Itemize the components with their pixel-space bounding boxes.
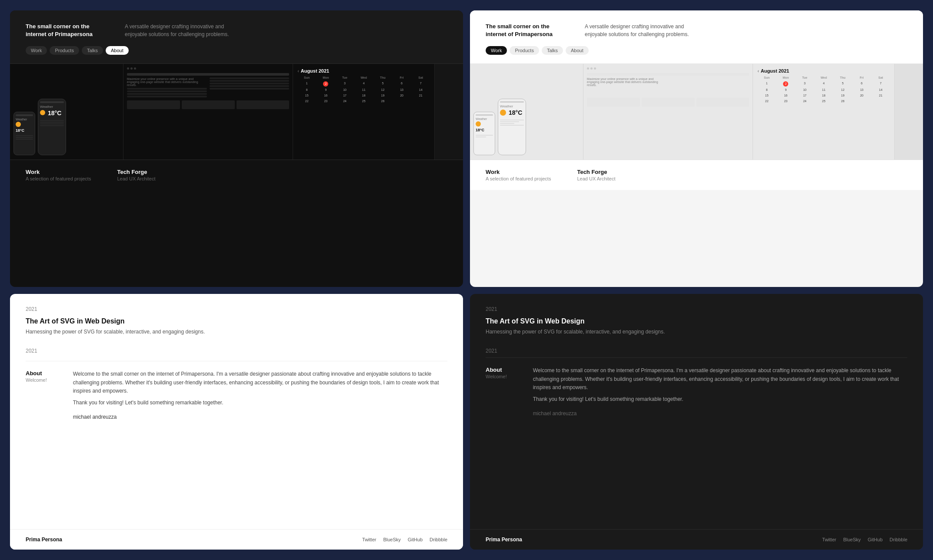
wp-line-r4 — [210, 85, 290, 87]
partial-bg-light — [895, 64, 923, 160]
cal-24: 24 — [336, 99, 354, 104]
mini-line — [16, 137, 33, 138]
footer-link-dribbble-right[interactable]: Dribbble — [890, 537, 907, 542]
cal-header-thu: Thu — [373, 75, 392, 80]
cal-h-sun: Sun — [757, 75, 776, 80]
about-section-right: About Welcome! Welcome to the small corn… — [470, 357, 923, 429]
mini-line-m — [40, 122, 64, 123]
cal-20: 20 — [393, 93, 411, 98]
cal-l-2-today: 2 — [776, 81, 795, 87]
footer-link-twitter-right[interactable]: Twitter — [822, 537, 836, 542]
cal-h-sat: Sat — [871, 75, 890, 80]
cal-16: 16 — [317, 93, 335, 98]
article-title-right: The Art of SVG in Web Design — [486, 317, 907, 325]
site-description: A versatile designer crafting innovative… — [125, 23, 447, 38]
today-indicator-light: 2 — [783, 81, 788, 87]
mll3 — [500, 123, 514, 124]
cal-h-thu: Thu — [833, 75, 852, 80]
about-text-right: Welcome to the small corner on the inter… — [533, 367, 907, 392]
cal-header-wed: Wed — [354, 75, 373, 80]
wp-nav — [127, 73, 290, 76]
wp-right-col — [210, 77, 290, 98]
nav-tab-talks-light[interactable]: Talks — [542, 46, 563, 55]
nav-tab-products-light[interactable]: Products — [510, 46, 539, 55]
article-title-left: The Art of SVG in Web Design — [26, 317, 447, 325]
cal-l-6: 6 — [853, 81, 871, 87]
wp-left-col-light: Maximize your online presence with a uni… — [587, 77, 667, 96]
nav-tab-about[interactable]: About — [106, 46, 129, 55]
cal-25: 25 — [354, 99, 373, 104]
nav-tab-work[interactable]: Work — [26, 46, 47, 55]
cal-l-17: 17 — [796, 93, 814, 98]
temp-light: 18°C — [476, 128, 493, 132]
about-row-left: About Welcome! Welcome to the small corn… — [26, 361, 447, 420]
cal-19: 19 — [373, 93, 392, 98]
cal-22: 22 — [297, 99, 316, 104]
footer-link-github-left[interactable]: GitHub — [408, 537, 423, 542]
footer-link-bluesky-right[interactable]: BlueSky — [843, 537, 860, 542]
avatar-card-3 — [237, 100, 290, 109]
nav-tab-about-light[interactable]: About — [566, 46, 589, 55]
cal-7: 7 — [411, 81, 430, 87]
cal-l-26: 26 — [833, 99, 852, 104]
footer-link-dribbble-left[interactable]: Dribbble — [430, 537, 447, 542]
cal-l-20: 20 — [853, 93, 871, 98]
nav-tab-work-light[interactable]: Work — [486, 46, 507, 55]
dot3-light — [594, 67, 596, 70]
work-row-dark: Work A selection of featured projects Te… — [26, 169, 447, 181]
avatar-card-1 — [127, 100, 180, 109]
about-text-2-left: Thank you for visiting! Let's build some… — [73, 399, 447, 407]
mini-lines-light — [476, 135, 493, 137]
cal-14: 14 — [411, 87, 430, 93]
cal-header-tue: Tue — [336, 75, 354, 80]
author-name-left: michael andreuzza — [73, 414, 447, 420]
work-sublabel-dark: A selection of featured projects — [26, 176, 91, 181]
footer-link-twitter-left[interactable]: Twitter — [362, 537, 376, 542]
about-sublabel-right: Welcome! — [486, 374, 507, 379]
work-label-dark: Work A selection of featured projects — [26, 169, 91, 181]
phones-group-light: Weather 18°C Weather — [470, 64, 583, 160]
temp-text-large: 18°C — [48, 110, 61, 117]
nav-tab-products[interactable]: Products — [50, 46, 79, 55]
weather-label-med: Weather — [40, 105, 64, 109]
wp-content-row: Maximize your online presence with a uni… — [127, 77, 290, 98]
avatar-card-2 — [182, 100, 235, 109]
work-detail-dark: Tech Forge Lead UX Architect — [117, 169, 155, 181]
mini-line-f2 — [40, 125, 64, 126]
wp-content-row-light: Maximize your online presence with a uni… — [587, 77, 750, 96]
site-tagline-light: The small corner on the internet of Prim… — [486, 23, 564, 38]
work-sublabel-light: A selection of featured projects — [486, 176, 551, 181]
mini-lines — [16, 135, 33, 140]
wp-line-r2 — [210, 80, 290, 82]
cal-header-fri: Fri — [393, 75, 411, 80]
light-header: The small corner on the internet of Prim… — [470, 10, 923, 64]
work-section-light: Work A selection of featured projects Te… — [470, 160, 923, 190]
footer-left: Prima Persona Twitter BlueSky GitHub Dri… — [10, 529, 463, 550]
cal-4: 4 — [354, 81, 373, 87]
dot3 — [134, 67, 136, 70]
panel-light-top: The small corner on the internet of Prim… — [470, 10, 923, 287]
about-content-right: Welcome to the small corner on the inter… — [533, 367, 907, 417]
webpage-item-dark: Maximize your online presence with a uni… — [123, 64, 293, 160]
portfolio-partial-dark — [435, 64, 463, 160]
cal-month: August 2021 — [301, 68, 329, 73]
mini-line — [16, 139, 33, 140]
wp-line-m — [127, 90, 207, 92]
portfolio-webpage-dark: Maximize your online presence with a uni… — [123, 64, 293, 160]
wp-line — [127, 88, 207, 90]
site-tagline: The small corner on the internet of Prim… — [26, 23, 104, 38]
wp-nav-light — [587, 73, 750, 76]
footer-link-github-right[interactable]: GitHub — [868, 537, 883, 542]
cal-h-wed: Wed — [814, 75, 833, 80]
cal-5: 5 — [373, 81, 392, 87]
cal-nav-light: ‹ August 2021 — [757, 68, 890, 73]
about-sublabel-left: Welcome! — [26, 377, 47, 383]
portfolio-phones-dark: Weather 18°C — [10, 64, 123, 160]
footer-link-bluesky-left[interactable]: BlueSky — [383, 537, 400, 542]
phone-status-med — [40, 101, 64, 103]
about-text-left: Welcome to the small corner on the inter… — [73, 370, 447, 395]
cal-h-mon: Mon — [776, 75, 795, 80]
dot2-light — [590, 67, 593, 70]
nav-tab-talks[interactable]: Talks — [82, 46, 103, 55]
work-detail-light: Tech Forge Lead UX Architect — [577, 169, 615, 181]
